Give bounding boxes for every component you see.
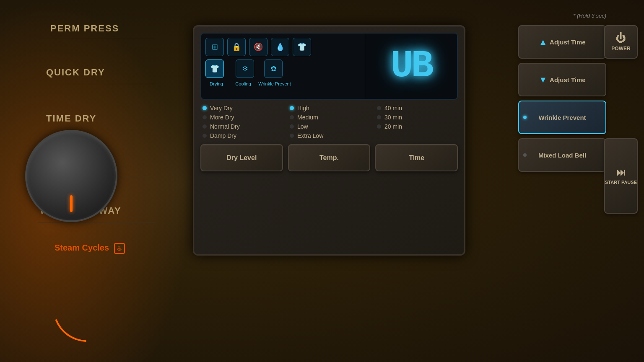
right-button-panel: ▲ Adjust Time ▼ Adjust Time Wrinkle Prev… bbox=[518, 25, 606, 172]
lcd-icon-wrinkle-prevent: ✿ bbox=[264, 59, 283, 78]
lcd-icon-drying: 👕 bbox=[205, 59, 224, 78]
tick-perm-press bbox=[38, 38, 155, 38]
tick-quick-dry bbox=[38, 84, 155, 84]
low-temp-label: Low bbox=[297, 123, 308, 130]
more-dry-label: More Dry bbox=[210, 114, 234, 121]
time-button[interactable]: Time bbox=[375, 144, 458, 171]
steam-cycles-icon: ♨ bbox=[114, 243, 125, 254]
damp-dry-label: Damp Dry bbox=[210, 132, 236, 139]
wrinkle-prevent-button[interactable]: Wrinkle Prevent bbox=[518, 101, 606, 134]
extra-low-temp-item: Extra Low bbox=[290, 132, 369, 139]
adjust-time-down-button[interactable]: ▼ Adjust Time bbox=[518, 63, 606, 96]
damp-dry-dot bbox=[203, 134, 207, 138]
very-dry-label: Very Dry bbox=[210, 105, 233, 111]
lcd-icon-shirt2: 👕 bbox=[293, 38, 311, 56]
30min-dot bbox=[377, 115, 381, 119]
dial-arc-svg bbox=[39, 261, 132, 354]
time-dry-label: TIME DRY bbox=[46, 113, 96, 124]
dial-area: PERM PRESS QUICK DRY TIME DRY REFRESH WR… bbox=[13, 0, 189, 362]
medium-temp-dot bbox=[290, 115, 294, 119]
start-pause-button[interactable]: ⏭ START PAUSE bbox=[604, 138, 638, 214]
temp-button[interactable]: Temp. bbox=[288, 144, 371, 171]
temp-column: High Medium Low Extra Low bbox=[290, 105, 369, 139]
low-temp-dot bbox=[290, 124, 294, 129]
quick-dry-label: QUICK DRY bbox=[46, 67, 105, 78]
mode-dial[interactable] bbox=[25, 130, 117, 222]
perm-press-label: PERM PRESS bbox=[50, 23, 119, 34]
lcd-cycle-labels: Drying Cooling Wrinkle Prevent bbox=[205, 81, 361, 86]
30min-item: 30 min bbox=[377, 114, 456, 121]
high-temp-item: High bbox=[290, 105, 369, 111]
high-temp-dot bbox=[290, 106, 294, 110]
lcd-icon-lock: 🔒 bbox=[227, 38, 246, 56]
20min-label: 20 min bbox=[384, 123, 402, 130]
tick-time-dry bbox=[38, 130, 155, 130]
lcd-icon-wrinkles: ⊞ bbox=[205, 38, 224, 56]
lcd-icon-steam: 💧 bbox=[271, 38, 289, 56]
normal-dry-item: Normal Dry bbox=[203, 123, 281, 130]
tick-wrinkle-away bbox=[38, 222, 155, 222]
more-dry-dot bbox=[203, 115, 207, 119]
lcd-number-section: UB bbox=[365, 34, 457, 99]
mixed-load-bell-button[interactable]: Mixed Load Bell bbox=[518, 138, 606, 172]
arrow-down-icon: ▼ bbox=[539, 75, 547, 85]
power-button[interactable]: ⏻ POWER bbox=[604, 25, 638, 59]
lcd-number: UB bbox=[390, 45, 431, 88]
lcd-icon-cooling: ❄ bbox=[236, 59, 254, 78]
lcd-top-icons-row: ⊞ 🔒 🔇 💧 👕 bbox=[205, 38, 361, 56]
arrow-up-icon: ▲ bbox=[539, 37, 547, 47]
wrinkle-prevent-indicator bbox=[523, 116, 527, 119]
20min-item: 20 min bbox=[377, 123, 456, 130]
medium-temp-item: Medium bbox=[290, 114, 369, 121]
dry-level-column: Very Dry More Dry Normal Dry Damp Dry bbox=[203, 105, 281, 139]
bottom-button-row: Dry Level Temp. Time bbox=[200, 144, 458, 171]
very-dry-item: Very Dry bbox=[203, 105, 281, 111]
lcd-cycle-icons-row: 👕 ❄ ✿ bbox=[205, 59, 361, 78]
lcd-icon-sound: 🔇 bbox=[249, 38, 267, 56]
extra-low-label: Extra Low bbox=[297, 132, 323, 139]
wrinkle-prevent-label: Wrinkle Prevent bbox=[256, 81, 293, 86]
power-icon: ⏻ bbox=[616, 32, 626, 44]
high-temp-label: High bbox=[297, 105, 309, 111]
lcd-icons-section: ⊞ 🔒 🔇 💧 👕 👕 ❄ ✿ Drying Cooling Wrinkle P… bbox=[201, 34, 365, 99]
dry-level-button[interactable]: Dry Level bbox=[200, 144, 283, 171]
normal-dry-label: Normal Dry bbox=[210, 123, 240, 130]
drying-label: Drying bbox=[205, 81, 227, 86]
low-temp-item: Low bbox=[290, 123, 369, 130]
normal-dry-dot bbox=[203, 124, 207, 129]
lcd-display: ⊞ 🔒 🔇 💧 👕 👕 ❄ ✿ Drying Cooling Wrinkle P… bbox=[200, 33, 458, 100]
40min-item: 40 min bbox=[377, 105, 456, 111]
medium-temp-label: Medium bbox=[297, 114, 318, 121]
cooling-label: Cooling bbox=[232, 81, 254, 86]
display-panel: ⊞ 🔒 🔇 💧 👕 👕 ❄ ✿ Drying Cooling Wrinkle P… bbox=[193, 25, 465, 256]
more-dry-item: More Dry bbox=[203, 114, 281, 121]
40min-label: 40 min bbox=[384, 105, 402, 111]
far-right-button-panel: ⏻ POWER ⏭ START PAUSE bbox=[604, 25, 638, 214]
hold-note: * (Hold 3 sec) bbox=[573, 13, 606, 19]
mixed-load-indicator bbox=[523, 153, 527, 157]
extra-low-dot bbox=[290, 134, 294, 138]
20min-dot bbox=[377, 124, 381, 129]
time-column: 40 min 30 min 20 min bbox=[377, 105, 456, 139]
40min-dot bbox=[377, 106, 381, 110]
status-section: Very Dry More Dry Normal Dry Damp Dry Hi… bbox=[200, 105, 458, 139]
start-icon: ⏭ bbox=[616, 167, 626, 178]
very-dry-dot bbox=[203, 106, 207, 110]
adjust-time-up-button[interactable]: ▲ Adjust Time bbox=[518, 25, 606, 59]
damp-dry-item: Damp Dry bbox=[203, 132, 281, 139]
30min-label: 30 min bbox=[384, 114, 402, 121]
steam-cycles-label: Steam Cycles ♨ bbox=[55, 243, 125, 254]
